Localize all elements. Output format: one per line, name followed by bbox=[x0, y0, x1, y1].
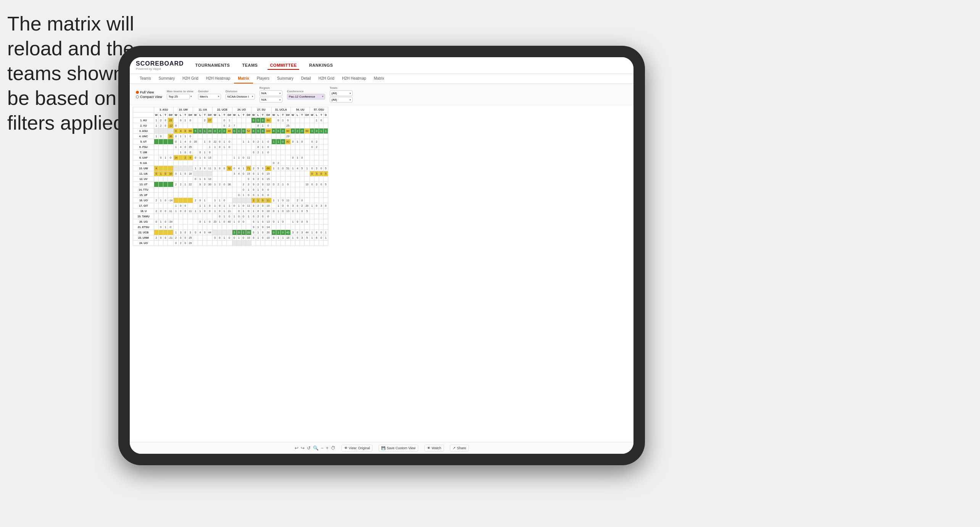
sh-ucla-d: Dif bbox=[285, 112, 290, 118]
table-row: 13. UT 22122 0230 12026 22 02012 0210 10… bbox=[133, 182, 328, 187]
zoom-out-icon[interactable]: 🔍 bbox=[313, 445, 319, 451]
watch-button[interactable]: 👁 Watch bbox=[424, 445, 444, 451]
table-row: 7. UM 100 010 0210 bbox=[133, 150, 328, 155]
row-label-etsu: 21. ETSU bbox=[133, 225, 154, 230]
sh-uo-t: T bbox=[241, 112, 246, 118]
team-select2[interactable]: (All) bbox=[330, 97, 353, 103]
view-radio-group: Full View Compact View bbox=[136, 90, 162, 99]
row-label-uo16: 16. UO bbox=[133, 198, 154, 203]
row-label-u18: 18. U bbox=[133, 209, 154, 214]
col-header-ucla: 31. UCLA bbox=[271, 107, 290, 112]
toolbar-icon-group: ↩ ↪ ↺ 🔍 − + ⏱ bbox=[295, 445, 335, 451]
sh-ucb-t: T bbox=[222, 112, 227, 118]
team-select[interactable]: (All) bbox=[330, 90, 353, 96]
sh-uu-d: Dif bbox=[304, 112, 309, 118]
plus-icon[interactable]: + bbox=[326, 445, 329, 451]
max-teams-select[interactable]: Top 25 Top 50 bbox=[167, 94, 190, 100]
sub-nav-detail[interactable]: Detail bbox=[297, 74, 315, 84]
minus-icon[interactable]: − bbox=[321, 445, 324, 451]
sub-nav-h2h-heatmap2[interactable]: H2H Heatmap bbox=[338, 74, 370, 84]
nav-rankings[interactable]: RANKINGS bbox=[307, 61, 335, 70]
region-select2[interactable]: N/A bbox=[260, 97, 282, 103]
sub-nav-summary2[interactable]: Summary bbox=[273, 74, 297, 84]
sh-uu-t: T bbox=[300, 112, 304, 118]
nav-teams[interactable]: TEAMS bbox=[240, 61, 260, 70]
sub-nav-teams[interactable]: Teams bbox=[136, 74, 155, 84]
clock-icon[interactable]: ⏱ bbox=[331, 445, 335, 451]
table-row: 1. AU 12023 010 227 01 05090 010 10 bbox=[133, 118, 328, 123]
table-row: 11. UA 01010 01018 34015 01015 0305 bbox=[133, 171, 328, 177]
app-logo: SCOREBOARD bbox=[136, 60, 184, 67]
sh-ucb-d: Dif bbox=[227, 112, 232, 118]
table-row: 4. UNC 1036 0110 29 bbox=[133, 134, 328, 139]
sh-uw-t: T bbox=[183, 112, 187, 118]
sub-nav-h2h-grid2[interactable]: H2H Grid bbox=[314, 74, 338, 84]
sub-nav-h2h-heatmap[interactable]: H2H Heatmap bbox=[202, 74, 234, 84]
row-label-uf: 15. UF bbox=[133, 193, 154, 198]
division-select-wrapper: NCAA Division I bbox=[226, 94, 255, 100]
share-label: Share bbox=[457, 446, 466, 450]
division-select[interactable]: NCAA Division I bbox=[226, 94, 255, 100]
compact-view-dot bbox=[136, 95, 139, 98]
gender-filter: Gender Men's Women's bbox=[198, 90, 221, 100]
sh-ucla-l: L bbox=[276, 112, 280, 118]
save-custom-button[interactable]: 💾 Save Custom View bbox=[379, 445, 418, 451]
sub-nav-h2h-grid[interactable]: H2H Grid bbox=[179, 74, 202, 84]
tablet-screen: SCOREBOARD Powered by clippd TOURNAMENTS… bbox=[130, 57, 633, 454]
sub-nav-matrix[interactable]: Matrix bbox=[234, 74, 253, 84]
save-icon: 💾 bbox=[381, 446, 385, 450]
sub-nav-matrix2[interactable]: Matrix bbox=[370, 74, 388, 84]
sub-nav-summary[interactable]: Summary bbox=[155, 74, 179, 84]
row-label-vu: 2. VU bbox=[133, 123, 154, 129]
team-label: Team bbox=[330, 86, 353, 90]
nav-committee[interactable]: COMMITTEE bbox=[268, 61, 299, 70]
redo-icon[interactable]: ↪ bbox=[301, 445, 305, 451]
row-label-git: 17. GIT bbox=[133, 203, 154, 209]
col-header-su: 27. SU bbox=[251, 107, 271, 112]
row-label-ttu: 14. TTU bbox=[133, 187, 154, 193]
conference-select[interactable]: Pac-12 Conference bbox=[287, 94, 325, 100]
app-header: SCOREBOARD Powered by clippd TOURNAMENTS… bbox=[130, 57, 633, 74]
tablet-device: SCOREBOARD Powered by clippd TOURNAMENTS… bbox=[118, 46, 645, 465]
table-row: 10. UW 4 13011 30032 04171 25066 12051 1… bbox=[133, 166, 328, 171]
main-nav: TOURNAMENTS TEAMS COMMITTEE RANKINGS bbox=[193, 61, 335, 70]
view-original-label: View: Original bbox=[349, 446, 370, 450]
compact-view-radio[interactable]: Compact View bbox=[136, 95, 162, 99]
sub-nav: Teams Summary H2H Grid H2H Heatmap Matri… bbox=[130, 74, 633, 84]
col-header-ua: 11. UA bbox=[193, 107, 213, 112]
compact-view-label: Compact View bbox=[140, 95, 162, 99]
sh-uu-l: L bbox=[295, 112, 300, 118]
sh-su-l: L bbox=[256, 112, 260, 118]
full-view-radio[interactable]: Full View bbox=[136, 90, 162, 94]
col-header-ucb: 22. UCB bbox=[213, 107, 232, 112]
division-label: Division bbox=[226, 90, 255, 93]
row-label-ua11: 11. UA bbox=[133, 171, 154, 177]
table-row: 19. TAMU 010 1001 0200 bbox=[133, 214, 328, 219]
table-row: 15. UF 010 0100 bbox=[133, 193, 328, 198]
sh-osu-l: L bbox=[314, 112, 319, 118]
sh-uw-l: L bbox=[178, 112, 183, 118]
full-view-label: Full View bbox=[140, 90, 154, 94]
row-label-ut13: 13. UT bbox=[133, 182, 154, 187]
undo-icon[interactable]: ↩ bbox=[295, 445, 298, 451]
share-button[interactable]: ↗ Share bbox=[450, 445, 469, 451]
table-row: 2. VU 120-12 0 02 7 010 25 bbox=[133, 123, 328, 129]
table-row: 6. FSU 14035 1 1010 010 02 bbox=[133, 145, 328, 150]
refresh-icon[interactable]: ↺ bbox=[307, 445, 311, 451]
sh-su-d: Dif bbox=[265, 112, 271, 118]
row-label-fsu: 6. FSU bbox=[133, 145, 154, 150]
row-label-uo24: 24. UO bbox=[133, 241, 154, 246]
sh-osu-d: D bbox=[324, 112, 328, 118]
gender-select[interactable]: Men's Women's bbox=[198, 94, 221, 100]
region-select[interactable]: N/A bbox=[260, 90, 282, 96]
sub-nav-players[interactable]: Players bbox=[253, 74, 273, 84]
sh-asu-d: Dif bbox=[168, 112, 174, 118]
sh-uo-l: L bbox=[237, 112, 241, 118]
matrix-area: 3. ASU 10. UW 11. UA 22. UCB 24. UO 27. … bbox=[130, 105, 633, 442]
table-row: 20. UG 010-34 010 231040 100 01013 010 1… bbox=[133, 219, 328, 225]
watch-icon: 👁 bbox=[427, 446, 430, 450]
sh-asu-l: L bbox=[159, 112, 163, 118]
nav-tournaments[interactable]: TOURNAMENTS bbox=[193, 61, 232, 70]
sh-osu-w: W bbox=[310, 112, 314, 118]
view-original-button[interactable]: 👁 View: Original bbox=[342, 445, 372, 451]
